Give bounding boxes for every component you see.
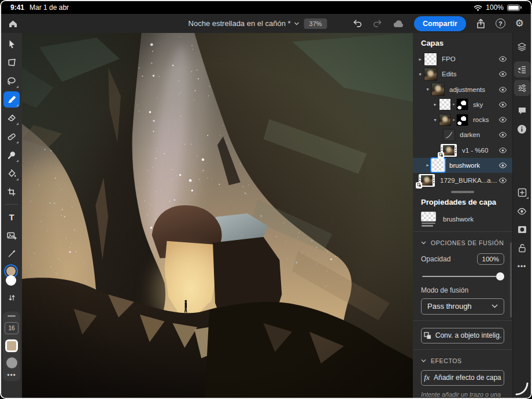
type-tool[interactable]: T (3, 209, 20, 225)
layer-thumbnail (424, 68, 437, 81)
eraser-tool[interactable] (3, 110, 20, 126)
layer-thumbnail (431, 83, 445, 96)
mask-link-dot (453, 104, 455, 105)
status-bar: 9:41 Mar 1 de abr 100% (1, 1, 531, 14)
opacity-slider-knob[interactable] (496, 272, 504, 280)
layer-visibility-toggle[interactable] (498, 162, 507, 169)
layer-row[interactable]: v1 - %60 (413, 142, 512, 157)
brush-opacity-swatch[interactable] (6, 357, 17, 368)
layer-visibility-toggle[interactable] (498, 177, 507, 184)
healing-brush-tool[interactable] (3, 128, 20, 145)
lasso-select-tool[interactable] (3, 73, 20, 89)
layer-visibility-toggle[interactable] (498, 116, 507, 123)
clock: 9:41 (10, 3, 24, 12)
magnifier-tool[interactable] (3, 147, 20, 163)
layer-visibility-button[interactable] (514, 203, 530, 219)
cloud-sync-icon[interactable] (393, 20, 404, 28)
layers-panel-button[interactable] (514, 61, 530, 77)
smart-object-badge-icon (416, 182, 422, 189)
lock-layer-button[interactable] (514, 240, 530, 256)
undo-button[interactable] (352, 19, 363, 28)
add-layer-effect-button[interactable]: fx Añadir efecto de capa (421, 370, 504, 386)
adjustments-panel-button[interactable] (514, 80, 530, 96)
layer-mask-button[interactable] (514, 221, 530, 238)
disclosure-triangle-icon[interactable]: ▸ (416, 57, 424, 62)
battery-icon (507, 5, 522, 11)
brush-color-swatch[interactable] (5, 339, 18, 352)
disclosure-triangle-icon[interactable]: ▸ (431, 102, 439, 107)
brush-tool[interactable] (3, 91, 20, 108)
layer-thumbnail (439, 98, 451, 110)
redo-button[interactable] (372, 19, 383, 28)
disclosure-triangle-icon[interactable]: ▾ (431, 117, 439, 123)
curves-adjustment-thumbnail (443, 129, 455, 141)
disclosure-triangle-icon[interactable]: ▸ (424, 162, 431, 168)
blend-options-section-header[interactable]: OPCIONES DE FUSIÓN (413, 232, 512, 249)
layer-row-selected[interactable]: ▸ brushwork (413, 158, 512, 173)
eyedropper-tool[interactable] (3, 246, 20, 262)
share-button[interactable]: Compartir (414, 16, 466, 31)
document-title[interactable]: Noche estrellada en el cañón * (189, 19, 300, 28)
layer-mask-thumbnail (456, 114, 468, 126)
place-image-tool[interactable] (3, 227, 20, 243)
layer-row[interactable]: ▸ FPO (413, 51, 512, 66)
layer-visibility-toggle[interactable] (498, 147, 507, 154)
layer-row[interactable]: ▾ adjustments (413, 82, 512, 97)
left-tool-rail: T 16 ••• (1, 33, 22, 398)
panel-scrollbar[interactable] (510, 242, 512, 317)
layer-thumbnail (431, 158, 445, 172)
selected-layer-thumbnail (421, 212, 437, 227)
layer-visibility-toggle[interactable] (498, 56, 507, 62)
compact-layers-view-button[interactable] (514, 39, 530, 55)
home-button[interactable] (8, 19, 18, 28)
right-taskbar: ••• (512, 33, 531, 398)
disclosure-triangle-icon[interactable]: ▾ (416, 72, 424, 77)
swap-colors-button[interactable] (3, 292, 20, 304)
color-swatches[interactable] (4, 265, 19, 289)
layer-row[interactable]: ▾ rocks (413, 112, 512, 127)
battery-percent: 100% (486, 3, 504, 12)
canvas[interactable] (22, 33, 413, 398)
settings-gear-icon[interactable]: ⚙ (515, 19, 524, 28)
comments-button[interactable] (514, 102, 530, 119)
export-icon[interactable] (476, 19, 486, 29)
convert-smart-object-button[interactable]: Conv. a objeto intelig. (421, 328, 504, 343)
layer-visibility-toggle[interactable] (498, 101, 507, 108)
effects-hint-text: Intente añadir un trazo o una (421, 391, 504, 398)
move-tool[interactable] (3, 36, 20, 52)
layer-row[interactable]: darken (413, 127, 512, 142)
chevron-down-icon (421, 241, 426, 245)
top-toolbar: Noche estrellada en el cañón * 37% Compa… (1, 14, 531, 33)
layer-row[interactable]: ▸ sky (413, 97, 512, 112)
effects-section-header[interactable]: EFECTOS (413, 350, 512, 367)
opacity-value-field[interactable]: 100% (477, 253, 504, 265)
layer-more-options-button[interactable]: ••• (514, 258, 530, 275)
chevron-down-icon (294, 22, 300, 25)
background-color-swatch[interactable] (6, 275, 16, 286)
crop-tool[interactable] (3, 184, 20, 200)
blend-mode-label: Modo de fusión (413, 280, 512, 294)
dock-drag-handle[interactable] (8, 315, 16, 317)
layer-visibility-toggle[interactable] (498, 86, 507, 93)
info-button[interactable] (514, 121, 530, 137)
layer-thumbnail (439, 114, 451, 126)
zoom-level-badge[interactable]: 37% (304, 19, 327, 29)
add-layer-button[interactable] (514, 184, 530, 201)
help-button[interactable]: ? (496, 19, 505, 28)
fill-bucket-tool[interactable] (3, 165, 20, 182)
disclosure-triangle-icon[interactable]: ▾ (424, 87, 431, 92)
layer-visibility-toggle[interactable] (498, 71, 507, 77)
blend-mode-dropdown[interactable]: Pass through (421, 298, 504, 314)
layer-visibility-toggle[interactable] (498, 131, 507, 138)
layer-row[interactable]: 1729_BURKA...anced-NR33 (413, 173, 512, 188)
brush-size-field[interactable]: 16 (5, 322, 19, 334)
opacity-slider[interactable] (422, 272, 503, 280)
more-options-icon[interactable]: ••• (7, 374, 16, 377)
panel-resize-handle[interactable] (451, 191, 474, 193)
chevron-down-icon (492, 304, 498, 308)
layer-thumbnail (424, 53, 437, 66)
transform-tool[interactable] (3, 54, 20, 71)
layers-panel: Capas ▸ FPO ▾ Edits ▾ adjustments ▸ (413, 33, 512, 398)
layer-row[interactable]: ▾ Edits (413, 66, 512, 82)
photoshop-ipad-app: 9:41 Mar 1 de abr 100% Noche estrellada … (0, 0, 532, 399)
